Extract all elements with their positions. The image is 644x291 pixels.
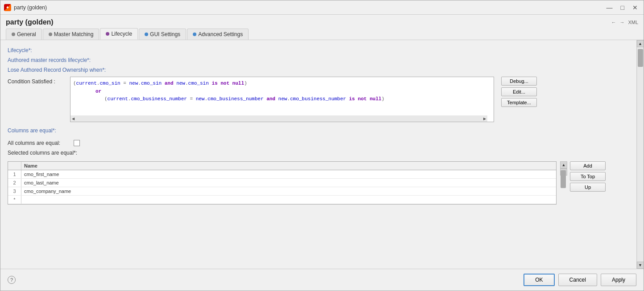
cancel-button[interactable]: Cancel bbox=[558, 274, 597, 286]
row-val-1: cmo_first_name bbox=[21, 170, 556, 178]
code-scroll-right-icon[interactable]: ▶ bbox=[482, 116, 487, 121]
code-line-1: (current.cmo_sin = new.cmo_sin and new.c… bbox=[73, 80, 491, 88]
tab-advanced-settings-label: Advanced Settings bbox=[198, 31, 243, 37]
footer-left: ? bbox=[8, 276, 16, 284]
authored-row: Authored master records lifecycle*: bbox=[8, 57, 629, 63]
row-val-star bbox=[21, 196, 556, 204]
table-action-buttons: Add To Top Up bbox=[570, 161, 606, 192]
table-scrollbar[interactable]: ▲ ▼ bbox=[560, 161, 566, 176]
to-top-button[interactable]: To Top bbox=[570, 172, 606, 181]
code-line-3: (current.cmo_business_number = new.cmo_b… bbox=[73, 95, 491, 103]
header-nav: ← → XML bbox=[611, 20, 638, 25]
row-num-star: * bbox=[8, 196, 21, 204]
main-panel: Lifecycle*: Authored master records life… bbox=[0, 40, 636, 269]
all-columns-label: All columns are equal: bbox=[8, 140, 70, 146]
data-table: Name 1 cmo_first_name 2 cmo_last_name bbox=[8, 161, 557, 205]
tab-lifecycle[interactable]: Lifecycle bbox=[100, 28, 138, 40]
nav-back-button[interactable]: ← bbox=[611, 20, 616, 25]
columns-equal-row: Columns are equal*: bbox=[8, 127, 629, 136]
tab-dot-advanced-settings bbox=[193, 33, 196, 36]
selected-columns-label: Selected columns are equal*: bbox=[8, 150, 77, 156]
title-bar-left: ✦ party (golden) bbox=[4, 4, 47, 11]
row-val-2: cmo_last_name bbox=[21, 179, 556, 187]
footer-buttons: OK Cancel Apply bbox=[524, 274, 636, 286]
row-num-3: 3 bbox=[8, 187, 21, 195]
main-scroll-thumb[interactable] bbox=[638, 49, 643, 67]
main-scroll-down-icon[interactable]: ▼ bbox=[637, 262, 644, 269]
code-scrollbar-horizontal[interactable]: ◀ ▶ bbox=[71, 115, 487, 122]
tab-dot-master-matching bbox=[49, 33, 52, 36]
lose-ownership-row: Lose Authored Record Ownership when*: bbox=[8, 67, 629, 73]
tab-general-label: General bbox=[17, 31, 36, 37]
lifecycle-label: Lifecycle*: bbox=[8, 47, 106, 53]
condition-area: Condition Satisfied : (current.cmo_sin =… bbox=[8, 77, 629, 122]
window-header: party (golden) ← → XML bbox=[0, 15, 644, 28]
row-num-1: 1 bbox=[8, 170, 21, 178]
tab-master-matching[interactable]: Master Matching bbox=[43, 29, 100, 40]
tab-lifecycle-label: Lifecycle bbox=[111, 31, 132, 37]
footer: ? OK Cancel Apply bbox=[0, 269, 644, 291]
tab-advanced-settings[interactable]: Advanced Settings bbox=[187, 29, 249, 40]
add-button[interactable]: Add bbox=[570, 161, 606, 170]
title-bar: ✦ party (golden) — □ ✕ bbox=[0, 0, 644, 15]
main-scroll-track bbox=[637, 47, 644, 262]
lifecycle-row: Lifecycle*: bbox=[8, 47, 629, 53]
close-button[interactable]: ✕ bbox=[630, 3, 640, 12]
authored-label: Authored master records lifecycle*: bbox=[8, 57, 106, 63]
apply-button[interactable]: Apply bbox=[601, 274, 636, 286]
page-title: party (golden) bbox=[6, 18, 54, 26]
tab-gui-settings-label: GUI Settings bbox=[150, 31, 180, 37]
title-bar-title: party (golden) bbox=[14, 4, 47, 11]
tab-dot-general bbox=[12, 33, 15, 36]
table-col-num-header bbox=[8, 162, 21, 170]
title-bar-controls: — □ ✕ bbox=[604, 3, 640, 12]
table-scroll-thumb[interactable] bbox=[561, 170, 566, 188]
ok-button[interactable]: OK bbox=[524, 274, 554, 286]
tab-master-matching-label: Master Matching bbox=[54, 31, 94, 37]
row-num-2: 2 bbox=[8, 179, 21, 187]
code-side-buttons: Debug... Edit... Template... bbox=[501, 77, 537, 107]
tabs-bar: General Master Matching Lifecycle GUI Se… bbox=[0, 28, 644, 40]
table-scroll-up-icon[interactable]: ▲ bbox=[560, 161, 567, 168]
tab-gui-settings[interactable]: GUI Settings bbox=[139, 29, 186, 40]
selected-columns-row: Selected columns are equal*: bbox=[8, 150, 629, 158]
table-row[interactable]: 1 cmo_first_name bbox=[8, 170, 556, 179]
code-scroll-left-icon[interactable]: ◀ bbox=[71, 116, 76, 121]
nav-forward-button[interactable]: → bbox=[619, 20, 624, 25]
debug-button[interactable]: Debug... bbox=[501, 77, 537, 86]
lose-ownership-label: Lose Authored Record Ownership when*: bbox=[8, 67, 106, 73]
table-row-empty[interactable]: * bbox=[8, 196, 556, 204]
code-editor[interactable]: (current.cmo_sin = new.cmo_sin and new.c… bbox=[71, 77, 494, 122]
columns-equal-label: Columns are equal*: bbox=[8, 127, 56, 134]
table-col-name-header: Name bbox=[21, 162, 556, 170]
condition-satisfied-label: Condition Satisfied : bbox=[8, 77, 70, 85]
edit-button[interactable]: Edit... bbox=[501, 87, 537, 96]
columns-section: Columns are equal*: All columns are equa… bbox=[8, 127, 629, 205]
all-columns-checkbox[interactable] bbox=[74, 140, 80, 146]
code-editor-container: (current.cmo_sin = new.cmo_sin and new.c… bbox=[70, 77, 494, 122]
tab-dot-gui-settings bbox=[145, 33, 148, 36]
table-row[interactable]: 3 cmo_company_name bbox=[8, 187, 556, 196]
content-area: Lifecycle*: Authored master records life… bbox=[0, 40, 644, 269]
tab-dot-lifecycle bbox=[106, 32, 109, 36]
template-button[interactable]: Template... bbox=[501, 98, 537, 107]
table-container: Name 1 cmo_first_name 2 cmo_last_name bbox=[8, 161, 629, 205]
xml-button[interactable]: XML bbox=[628, 20, 638, 25]
tab-general[interactable]: General bbox=[6, 29, 42, 40]
main-scrollbar[interactable]: ▲ ▼ bbox=[636, 40, 644, 269]
app-icon: ✦ bbox=[4, 4, 11, 11]
main-scroll-up-icon[interactable]: ▲ bbox=[637, 40, 644, 47]
all-columns-row: All columns are equal: bbox=[8, 140, 629, 146]
main-window: ✦ party (golden) — □ ✕ party (golden) ← … bbox=[0, 0, 644, 291]
table-header: Name bbox=[8, 162, 556, 170]
help-icon[interactable]: ? bbox=[8, 276, 16, 284]
code-line-2: or bbox=[73, 88, 491, 96]
table-row[interactable]: 2 cmo_last_name bbox=[8, 179, 556, 187]
row-val-3: cmo_company_name bbox=[21, 187, 556, 195]
maximize-button[interactable]: □ bbox=[619, 3, 627, 12]
minimize-button[interactable]: — bbox=[604, 3, 615, 12]
up-button[interactable]: Up bbox=[570, 183, 606, 192]
